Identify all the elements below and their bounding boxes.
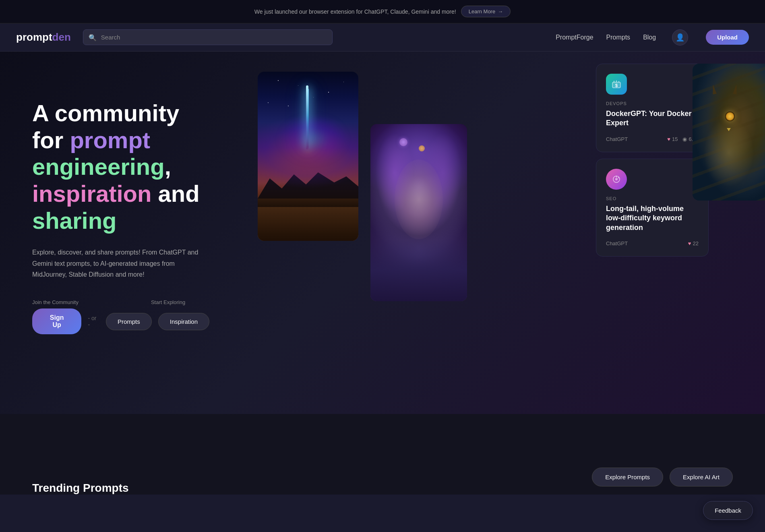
hero-right: $ DEVOPS DockerGPT: Your Docker Expert C… [234,52,765,414]
upload-button[interactable]: Upload [706,30,749,45]
explore-ai-button[interactable]: Explore AI Art [670,468,733,486]
docker-platform: ChatGPT [606,136,628,142]
seo-icon [606,169,627,190]
nav-prompts[interactable]: Prompts [606,34,631,41]
seo-footer: ChatGPT ♥ 22 [606,240,699,246]
eye-icon: ◉ [682,136,687,142]
portrait-bg [370,124,467,301]
title-comma: , [165,153,171,180]
docker-card: $ DEVOPS DockerGPT: Your Docker Expert C… [596,64,709,152]
seo-heart-icon: ♥ [688,240,691,246]
user-icon: 👤 [676,33,684,42]
hero-left: A community for prompt engineering, insp… [0,52,234,414]
svg-line-7 [618,177,619,178]
owl-image [693,64,765,201]
prompts-button[interactable]: Prompts [106,313,152,330]
search-container: 🔍 [83,29,333,45]
seo-card: SEO Long-tail, high-volume low-difficult… [596,159,709,257]
logo-den: den [52,31,71,43]
docker-likes: ♥ 15 [667,136,678,142]
svg-point-5 [615,178,618,180]
docker-icon: $ [606,74,627,95]
bottom-buttons: Explore Prompts Explore AI Art [592,468,733,495]
user-icon-button[interactable]: 👤 [672,29,688,46]
svg-text:$: $ [615,83,618,88]
owl-bg [693,64,765,201]
hero-description: Explore, discover, and share prompts! Fr… [32,247,209,280]
nav-blog[interactable]: Blog [643,34,656,41]
feedback-button[interactable]: Feedback [703,501,753,520]
arrow-icon: → [498,8,503,14]
heart-icon: ♥ [667,136,670,142]
docker-footer: ChatGPT ♥ 15 ◉ 6.1k [606,136,699,142]
bottom-section: Trending Prompts Explore Prompts Explore… [0,414,765,495]
docker-category: DEVOPS [606,101,699,106]
cosmic-bg [258,72,358,241]
title-sharing: sharing [32,207,117,234]
learn-more-button[interactable]: Learn More → [461,6,511,17]
title-engineering: engineering [32,153,165,180]
learn-more-label: Learn More [469,8,495,14]
inspiration-button[interactable]: Inspiration [158,313,209,330]
join-label: Join the Community [32,299,79,305]
docker-title: DockerGPT: Your Docker Expert [606,109,699,128]
sign-up-button[interactable]: Sign Up [32,308,81,334]
seo-platform: ChatGPT [606,240,628,246]
nav-promptforge[interactable]: PromptForge [556,34,593,41]
hero-title: A community for prompt engineering, insp… [32,100,209,234]
announcement-bar: We just launched our browser extension f… [0,0,765,23]
trending-title: Trending Prompts [32,482,129,495]
logo[interactable]: promptden [16,31,71,43]
search-input[interactable] [83,29,333,45]
cta-row: Sign Up - or - Prompts Inspiration [32,308,209,334]
cards-column: $ DEVOPS DockerGPT: Your Docker Expert C… [596,64,709,257]
cosmic-image [258,72,358,241]
seo-like-count: 22 [693,240,699,246]
nav-links: PromptForge Prompts Blog 👤 Upload [540,29,749,46]
navbar: promptden 🔍 PromptForge Prompts Blog 👤 U… [0,23,765,52]
search-icon: 🔍 [89,33,97,41]
title-inspiration: inspiration [32,180,151,207]
seo-stats: ♥ 22 [688,240,699,246]
logo-prompt: prompt [16,31,52,43]
title-and: and [151,180,199,207]
seo-title: Long-tail, high-volume low-difficulty ke… [606,204,699,232]
explore-prompts-button[interactable]: Explore Prompts [592,468,663,486]
announcement-text: We just launched our browser extension f… [254,8,456,15]
portrait-image [370,124,467,301]
seo-category: SEO [606,196,699,201]
hero-section: A community for prompt engineering, insp… [0,52,765,414]
seo-likes: ♥ 22 [688,240,699,246]
title-prompt: prompt [70,127,150,153]
or-divider: - or - [88,315,99,328]
docker-like-count: 15 [672,136,678,142]
start-exploring-label: Start Exploring [151,299,185,305]
hero-cta: Join the Community Start Exploring Sign … [32,299,209,334]
cta-labels: Join the Community Start Exploring [32,299,209,305]
